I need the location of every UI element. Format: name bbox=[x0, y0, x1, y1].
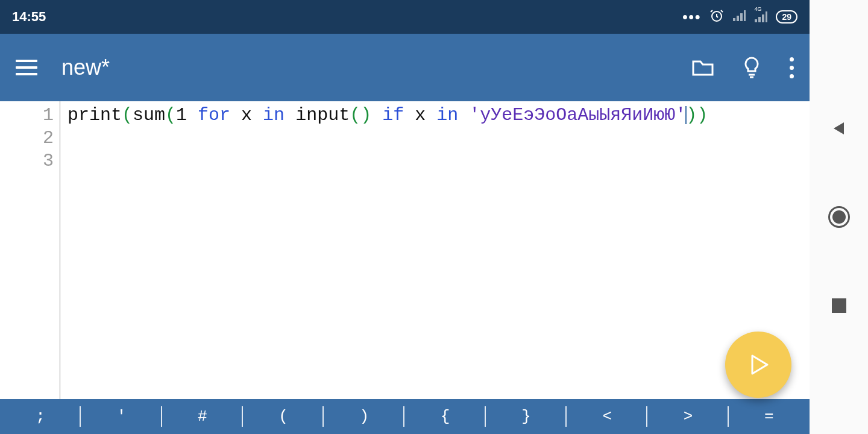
folder-icon[interactable] bbox=[692, 58, 714, 77]
app-bar-actions bbox=[692, 57, 794, 78]
symbol-key[interactable]: } bbox=[486, 399, 567, 434]
phone-screen: 14:55 ••• 4G 29 new* bbox=[0, 0, 810, 434]
signal-icon bbox=[732, 10, 746, 24]
status-time: 14:55 bbox=[12, 9, 46, 25]
menu-icon[interactable] bbox=[16, 60, 37, 75]
line-number: 2 bbox=[0, 127, 54, 149]
run-button[interactable] bbox=[725, 332, 791, 398]
android-nav-bar bbox=[810, 0, 868, 434]
symbol-key[interactable]: ( bbox=[243, 399, 324, 434]
app-bar: new* bbox=[0, 34, 810, 101]
symbol-key[interactable]: # bbox=[162, 399, 243, 434]
symbol-toolbar: ; ' # ( ) { } < > = bbox=[0, 399, 810, 434]
nav-recent-icon[interactable] bbox=[827, 294, 851, 318]
file-title: new* bbox=[61, 55, 668, 80]
symbol-key[interactable]: { bbox=[404, 399, 485, 434]
code-area[interactable]: print(sum(1 for x in input() if x in 'уУ… bbox=[60, 101, 810, 399]
nav-back-icon[interactable] bbox=[827, 116, 851, 140]
symbol-key[interactable]: > bbox=[647, 399, 728, 434]
symbol-key[interactable]: ' bbox=[81, 399, 162, 434]
nav-home-icon[interactable] bbox=[827, 205, 851, 229]
signal-4g-icon: 4G bbox=[754, 11, 767, 23]
status-bar: 14:55 ••• 4G 29 bbox=[0, 0, 810, 34]
symbol-key[interactable]: ; bbox=[0, 399, 81, 434]
more-dots-icon: ••• bbox=[682, 8, 701, 25]
line-number: 1 bbox=[0, 104, 54, 127]
line-number: 3 bbox=[0, 149, 54, 172]
code-editor[interactable]: 1 2 3 print(sum(1 for x in input() if x … bbox=[0, 101, 810, 399]
symbol-key[interactable]: < bbox=[567, 399, 647, 434]
overflow-menu-icon[interactable] bbox=[790, 57, 794, 78]
symbol-key[interactable]: ) bbox=[324, 399, 404, 434]
root: 14:55 ••• 4G 29 new* bbox=[0, 0, 868, 434]
symbol-key[interactable]: = bbox=[729, 399, 810, 434]
battery-indicator: 29 bbox=[776, 10, 797, 24]
line-number-gutter: 1 2 3 bbox=[0, 101, 60, 399]
alarm-icon bbox=[709, 8, 724, 25]
status-right: ••• 4G 29 bbox=[682, 8, 797, 25]
lightbulb-icon[interactable] bbox=[743, 57, 761, 78]
